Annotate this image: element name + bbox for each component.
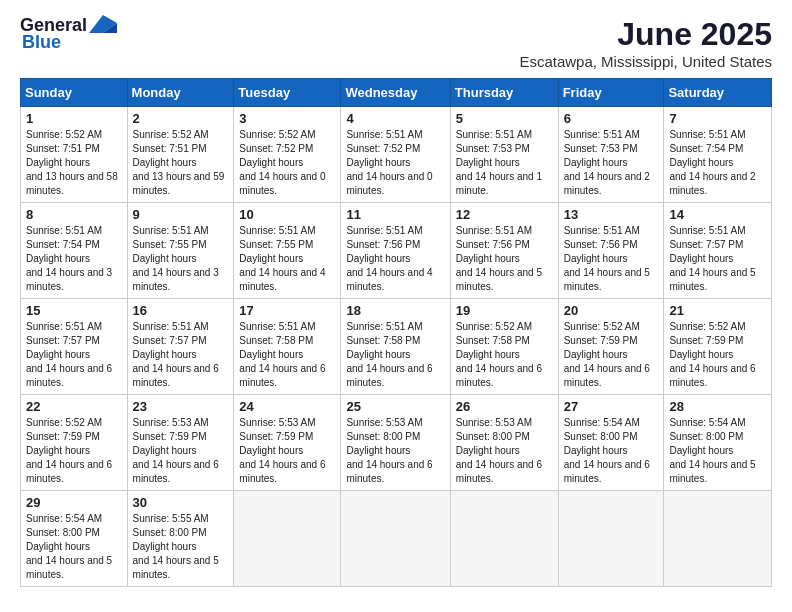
calendar-week-row: 15Sunrise: 5:51 AMSunset: 7:57 PMDayligh… <box>21 299 772 395</box>
logo-icon <box>89 15 117 33</box>
weekday-header-friday: Friday <box>558 79 664 107</box>
day-detail: Sunrise: 5:51 AMSunset: 7:53 PMDaylight … <box>456 128 553 198</box>
day-detail: Sunrise: 5:51 AMSunset: 7:52 PMDaylight … <box>346 128 444 198</box>
calendar-week-row: 22Sunrise: 5:52 AMSunset: 7:59 PMDayligh… <box>21 395 772 491</box>
day-detail: Sunrise: 5:53 AMSunset: 7:59 PMDaylight … <box>239 416 335 486</box>
calendar-cell: 14Sunrise: 5:51 AMSunset: 7:57 PMDayligh… <box>664 203 772 299</box>
day-number: 30 <box>133 495 229 510</box>
day-number: 13 <box>564 207 659 222</box>
day-number: 4 <box>346 111 444 126</box>
day-number: 23 <box>133 399 229 414</box>
day-number: 22 <box>26 399 122 414</box>
calendar-cell <box>558 491 664 587</box>
calendar-cell: 22Sunrise: 5:52 AMSunset: 7:59 PMDayligh… <box>21 395 128 491</box>
day-detail: Sunrise: 5:51 AMSunset: 7:58 PMDaylight … <box>346 320 444 390</box>
day-number: 26 <box>456 399 553 414</box>
calendar-week-row: 1Sunrise: 5:52 AMSunset: 7:51 PMDaylight… <box>21 107 772 203</box>
day-number: 15 <box>26 303 122 318</box>
day-detail: Sunrise: 5:51 AMSunset: 7:55 PMDaylight … <box>239 224 335 294</box>
calendar-cell: 1Sunrise: 5:52 AMSunset: 7:51 PMDaylight… <box>21 107 128 203</box>
day-detail: Sunrise: 5:51 AMSunset: 7:58 PMDaylight … <box>239 320 335 390</box>
calendar-cell: 20Sunrise: 5:52 AMSunset: 7:59 PMDayligh… <box>558 299 664 395</box>
day-detail: Sunrise: 5:51 AMSunset: 7:57 PMDaylight … <box>669 224 766 294</box>
day-number: 2 <box>133 111 229 126</box>
weekday-header-sunday: Sunday <box>21 79 128 107</box>
calendar-week-row: 8Sunrise: 5:51 AMSunset: 7:54 PMDaylight… <box>21 203 772 299</box>
day-number: 7 <box>669 111 766 126</box>
day-number: 6 <box>564 111 659 126</box>
day-number: 20 <box>564 303 659 318</box>
logo-blue: Blue <box>22 32 61 53</box>
day-detail: Sunrise: 5:54 AMSunset: 8:00 PMDaylight … <box>26 512 122 582</box>
calendar-cell: 10Sunrise: 5:51 AMSunset: 7:55 PMDayligh… <box>234 203 341 299</box>
day-detail: Sunrise: 5:54 AMSunset: 8:00 PMDaylight … <box>669 416 766 486</box>
calendar-cell: 8Sunrise: 5:51 AMSunset: 7:54 PMDaylight… <box>21 203 128 299</box>
day-number: 11 <box>346 207 444 222</box>
weekday-header-row: SundayMondayTuesdayWednesdayThursdayFrid… <box>21 79 772 107</box>
day-number: 21 <box>669 303 766 318</box>
calendar-cell: 9Sunrise: 5:51 AMSunset: 7:55 PMDaylight… <box>127 203 234 299</box>
calendar-cell: 28Sunrise: 5:54 AMSunset: 8:00 PMDayligh… <box>664 395 772 491</box>
day-detail: Sunrise: 5:51 AMSunset: 7:54 PMDaylight … <box>26 224 122 294</box>
calendar-cell: 13Sunrise: 5:51 AMSunset: 7:56 PMDayligh… <box>558 203 664 299</box>
weekday-header-saturday: Saturday <box>664 79 772 107</box>
day-detail: Sunrise: 5:53 AMSunset: 8:00 PMDaylight … <box>456 416 553 486</box>
day-detail: Sunrise: 5:54 AMSunset: 8:00 PMDaylight … <box>564 416 659 486</box>
calendar-cell <box>664 491 772 587</box>
day-number: 3 <box>239 111 335 126</box>
day-detail: Sunrise: 5:52 AMSunset: 7:59 PMDaylight … <box>669 320 766 390</box>
calendar-cell: 11Sunrise: 5:51 AMSunset: 7:56 PMDayligh… <box>341 203 450 299</box>
calendar-cell: 17Sunrise: 5:51 AMSunset: 7:58 PMDayligh… <box>234 299 341 395</box>
day-number: 1 <box>26 111 122 126</box>
calendar-cell: 16Sunrise: 5:51 AMSunset: 7:57 PMDayligh… <box>127 299 234 395</box>
day-number: 18 <box>346 303 444 318</box>
day-number: 28 <box>669 399 766 414</box>
calendar-cell: 24Sunrise: 5:53 AMSunset: 7:59 PMDayligh… <box>234 395 341 491</box>
day-number: 16 <box>133 303 229 318</box>
day-detail: Sunrise: 5:52 AMSunset: 7:59 PMDaylight … <box>564 320 659 390</box>
calendar-cell <box>341 491 450 587</box>
day-number: 8 <box>26 207 122 222</box>
weekday-header-tuesday: Tuesday <box>234 79 341 107</box>
day-number: 25 <box>346 399 444 414</box>
calendar-cell: 12Sunrise: 5:51 AMSunset: 7:56 PMDayligh… <box>450 203 558 299</box>
calendar-cell: 26Sunrise: 5:53 AMSunset: 8:00 PMDayligh… <box>450 395 558 491</box>
day-detail: Sunrise: 5:52 AMSunset: 7:58 PMDaylight … <box>456 320 553 390</box>
calendar-cell: 6Sunrise: 5:51 AMSunset: 7:53 PMDaylight… <box>558 107 664 203</box>
day-number: 10 <box>239 207 335 222</box>
day-number: 12 <box>456 207 553 222</box>
day-number: 5 <box>456 111 553 126</box>
calendar-cell: 2Sunrise: 5:52 AMSunset: 7:51 PMDaylight… <box>127 107 234 203</box>
day-detail: Sunrise: 5:53 AMSunset: 8:00 PMDaylight … <box>346 416 444 486</box>
day-detail: Sunrise: 5:51 AMSunset: 7:56 PMDaylight … <box>346 224 444 294</box>
calendar-cell: 5Sunrise: 5:51 AMSunset: 7:53 PMDaylight… <box>450 107 558 203</box>
calendar-title: June 2025 <box>519 16 772 53</box>
day-number: 24 <box>239 399 335 414</box>
day-detail: Sunrise: 5:52 AMSunset: 7:51 PMDaylight … <box>133 128 229 198</box>
calendar-cell: 21Sunrise: 5:52 AMSunset: 7:59 PMDayligh… <box>664 299 772 395</box>
weekday-header-monday: Monday <box>127 79 234 107</box>
calendar-subtitle: Escatawpa, Mississippi, United States <box>519 53 772 70</box>
calendar-cell: 15Sunrise: 5:51 AMSunset: 7:57 PMDayligh… <box>21 299 128 395</box>
day-detail: Sunrise: 5:51 AMSunset: 7:53 PMDaylight … <box>564 128 659 198</box>
day-number: 27 <box>564 399 659 414</box>
weekday-header-thursday: Thursday <box>450 79 558 107</box>
page-header: General Blue June 2025 Escatawpa, Missis… <box>20 16 772 70</box>
calendar-cell <box>234 491 341 587</box>
weekday-header-wednesday: Wednesday <box>341 79 450 107</box>
calendar-cell: 3Sunrise: 5:52 AMSunset: 7:52 PMDaylight… <box>234 107 341 203</box>
calendar-cell: 7Sunrise: 5:51 AMSunset: 7:54 PMDaylight… <box>664 107 772 203</box>
day-number: 14 <box>669 207 766 222</box>
calendar-week-row: 29Sunrise: 5:54 AMSunset: 8:00 PMDayligh… <box>21 491 772 587</box>
day-number: 29 <box>26 495 122 510</box>
calendar-cell: 27Sunrise: 5:54 AMSunset: 8:00 PMDayligh… <box>558 395 664 491</box>
title-block: June 2025 Escatawpa, Mississippi, United… <box>519 16 772 70</box>
calendar-table: SundayMondayTuesdayWednesdayThursdayFrid… <box>20 78 772 587</box>
day-detail: Sunrise: 5:51 AMSunset: 7:57 PMDaylight … <box>133 320 229 390</box>
calendar-cell: 19Sunrise: 5:52 AMSunset: 7:58 PMDayligh… <box>450 299 558 395</box>
day-detail: Sunrise: 5:52 AMSunset: 7:51 PMDaylight … <box>26 128 122 198</box>
day-detail: Sunrise: 5:51 AMSunset: 7:54 PMDaylight … <box>669 128 766 198</box>
calendar-cell <box>450 491 558 587</box>
day-detail: Sunrise: 5:51 AMSunset: 7:56 PMDaylight … <box>456 224 553 294</box>
logo: General Blue <box>20 16 117 53</box>
